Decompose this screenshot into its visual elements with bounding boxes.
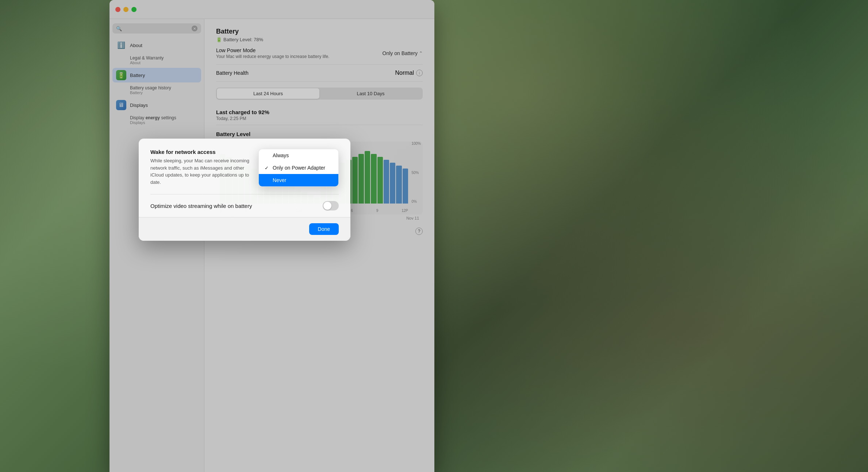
optimize-video-row: Optimize video streaming while on batter… (150, 194, 339, 217)
wake-network-desc: While sleeping, your Mac can receive inc… (150, 157, 251, 186)
dropdown-item-always[interactable]: Always (259, 149, 338, 162)
dropdown-item-power-adapter[interactable]: ✓ Only on Power Adapter (259, 162, 338, 174)
never-label: Never (273, 177, 286, 183)
dropdown-menu: Always ✓ Only on Power Adapter Never (258, 149, 339, 187)
modal-footer: Done (139, 217, 350, 241)
power-adapter-checkmark: ✓ (265, 165, 270, 171)
always-label: Always (273, 152, 289, 158)
wake-network-row: Wake for network access While sleeping, … (150, 149, 339, 194)
always-checkmark (265, 153, 270, 158)
toggle-thumb (323, 202, 331, 210)
power-adapter-label: Only on Power Adapter (273, 165, 325, 171)
done-button[interactable]: Done (309, 223, 339, 235)
dropdown-item-never[interactable]: Never (259, 174, 338, 186)
wake-network-modal: Wake for network access While sleeping, … (139, 139, 350, 241)
modal-content-area: Wake for network access While sleeping, … (139, 139, 350, 217)
never-checkmark (265, 178, 270, 183)
wake-network-title: Wake for network access (150, 149, 251, 155)
optimize-video-label: Optimize video streaming while on batter… (150, 203, 252, 209)
modal-text: Wake for network access While sleeping, … (150, 149, 251, 186)
dropdown-container: Always ✓ Only on Power Adapter Never (258, 149, 339, 187)
optimize-video-toggle[interactable] (323, 201, 339, 210)
modal-overlay: Wake for network access While sleeping, … (0, 0, 868, 472)
